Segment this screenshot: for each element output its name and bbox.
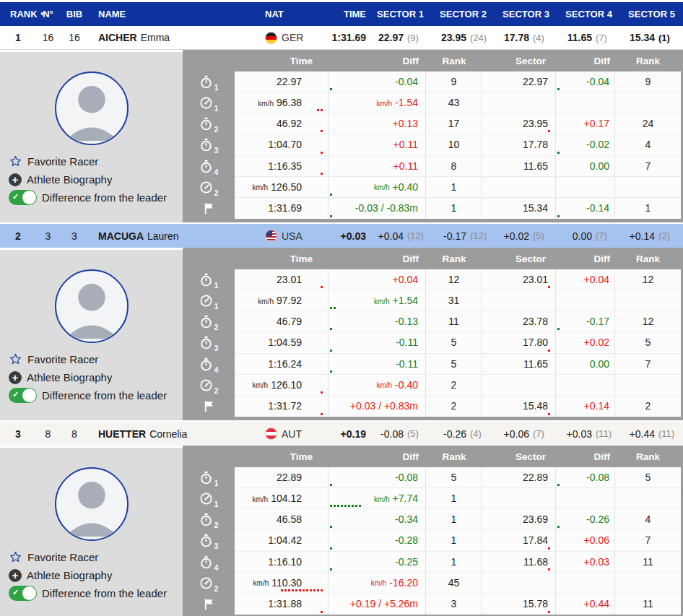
diff-dot (557, 88, 560, 90)
sector-diff-value: -0.14 (586, 202, 609, 214)
sector-4-summary: +0.03(11) (557, 428, 620, 440)
detail-row: 2km/h110.30km/h-16.2045 (183, 573, 681, 594)
photo-wrap (0, 71, 183, 145)
difference-toggle-row: ✓Difference from the leader (9, 388, 183, 403)
detail-row: 246.92+0.131723.95+0.1724 (183, 113, 681, 134)
diff-dot (295, 589, 297, 591)
sector-diff-cell (556, 488, 615, 509)
detail-row: 2km/h126.50km/h+0.401 (183, 177, 681, 198)
diff-dot (341, 505, 343, 507)
sector-rank: (4) (533, 32, 557, 43)
time-value: 22.97 (277, 76, 302, 87)
sector-diff-indicator-dots (548, 547, 550, 550)
racer-sidebar: Favorite Racer+Athlete Biography✓Differe… (0, 446, 183, 616)
bib-value: 16 (60, 32, 89, 43)
rank-cell: 45 (426, 573, 482, 594)
diff-dot (299, 589, 301, 591)
favorite-racer-button[interactable]: Favorite Racer (9, 550, 183, 565)
row-icon-cell: 1 (183, 290, 235, 311)
diff-dot (330, 350, 332, 352)
detail-row: 123.01+0.041223.01+0.0412 (183, 269, 681, 290)
difference-toggle-row: ✓Difference from the leader (9, 586, 183, 601)
sector-cell: 11.65 (482, 156, 556, 177)
header-rank[interactable]: RANK ▼ (0, 9, 36, 19)
rank-cell: 10 (426, 134, 482, 155)
leader-difference-toggle[interactable]: ✓ (9, 190, 37, 205)
racer-row[interactable]: 233MACUGALaurenUSA+0.03+0.04(12)-0.17(12… (0, 224, 683, 248)
sector-value: 23.95 (441, 32, 466, 43)
rank-cell: 8 (426, 156, 482, 177)
detail-row: 41:16.35+0.11811.650.007 (183, 156, 681, 177)
diff-indicator-dots (321, 413, 323, 415)
rank-cell: 5 (426, 332, 482, 353)
sector-diff-indicator-dots (557, 484, 560, 486)
icon-subscript: 2 (214, 189, 219, 197)
diff-indicator-dots (330, 484, 332, 486)
sector-cell: 23.01 (482, 269, 556, 290)
detail-row: 122.89-0.08522.89-0.085 (183, 467, 681, 488)
racer-row[interactable]: 388HUETTERCorneliaAUT+0.19-0.08(5)-0.26(… (0, 422, 683, 446)
icon-subscript: 3 (214, 344, 219, 352)
sector-5-summary: +0.14(2) (620, 230, 683, 242)
sector-5-summary: 15.34(1) (620, 32, 683, 43)
sector-value: +0.44 (630, 428, 655, 440)
leader-difference-toggle[interactable]: ✓ (9, 388, 37, 403)
total-time-value: 1:31.69 (321, 32, 369, 43)
total-time-value: +0.03 (321, 230, 369, 242)
diff-value: -0.03 / -0.83m (355, 202, 418, 214)
detail-table-header: TimeDiffRankSectorDiffRank (183, 446, 681, 467)
sector-diff-value: +0.14 (584, 400, 609, 412)
athlete-biography-button[interactable]: +Athlete Biography (9, 370, 183, 385)
header-sector-2: SECTOR 2 (432, 9, 495, 19)
time-value: 1:16.24 (268, 358, 302, 370)
rank-cell: 1 (426, 509, 482, 530)
header-time: TIME (321, 9, 369, 19)
time-cell: km/h96.38 (235, 92, 329, 113)
sector-diff-value: -0.02 (586, 139, 609, 150)
racer-photo (55, 71, 129, 145)
sector-diff-value: -0.26 (586, 513, 609, 525)
sector-diff-indicator-dots (557, 328, 560, 330)
sector-rank-cell (615, 290, 681, 311)
diff-indicator-dots (321, 611, 323, 613)
stopwatch-icon: 3 (199, 138, 219, 152)
detail-row: 1:31.72+0.03 / +0.83m215.48+0.142 (183, 396, 681, 417)
speed-unit-label: km/h (371, 579, 387, 587)
leader-difference-toggle[interactable]: ✓ (9, 586, 37, 601)
diff-indicator-dots (330, 88, 332, 90)
detail-header-diff2: Diff (556, 253, 615, 264)
athlete-biography-button[interactable]: +Athlete Biography (9, 172, 183, 187)
row-icon-cell: 2 (183, 113, 235, 134)
diff-indicator-dots (330, 526, 332, 528)
rank-cell: 43 (426, 92, 482, 113)
icon-subscript: 4 (214, 168, 219, 176)
header-bib: BIB (60, 9, 89, 19)
speed-unit-label: km/h (258, 100, 274, 108)
racer-first-name: Emma (141, 32, 170, 43)
diff-dot (303, 589, 305, 591)
athlete-biography-button[interactable]: +Athlete Biography (9, 568, 183, 583)
racer-row[interactable]: 11616AICHEREmmaGER1:31.6922.97(9)23.95(2… (0, 26, 683, 50)
detail-row: 41:16.10-0.25111.68+0.0311 (183, 552, 681, 573)
start-number-value: 8 (36, 428, 60, 440)
time-value: 46.92 (277, 118, 302, 129)
racer-photo (55, 269, 129, 343)
difference-toggle-row: ✓Difference from the leader (9, 190, 183, 205)
sector-rank-cell: 9 (615, 71, 681, 92)
sector-diff-cell: +0.04 (556, 269, 615, 290)
time-cell: km/h126.10 (235, 375, 329, 396)
racer-nationality: AUT (265, 428, 321, 440)
favorite-racer-button[interactable]: Favorite Racer (9, 154, 183, 169)
favorite-racer-button[interactable]: Favorite Racer (9, 352, 183, 367)
diff-value: -0.25 (395, 556, 418, 568)
sector-diff-cell: +0.03 (556, 552, 615, 573)
row-icon-cell (183, 594, 235, 615)
row-icon-cell: 1 (183, 71, 235, 92)
stopwatch-icon: 2 (199, 513, 219, 526)
time-cell: km/h97.92 (235, 290, 329, 311)
rank-cell: 9 (426, 71, 482, 92)
rank-cell: 2 (426, 396, 482, 417)
row-icon-cell: 2 (183, 509, 235, 530)
detail-row: 1km/h97.92km/h+1.5431 (183, 290, 681, 311)
time-cell: km/h126.50 (235, 177, 329, 198)
